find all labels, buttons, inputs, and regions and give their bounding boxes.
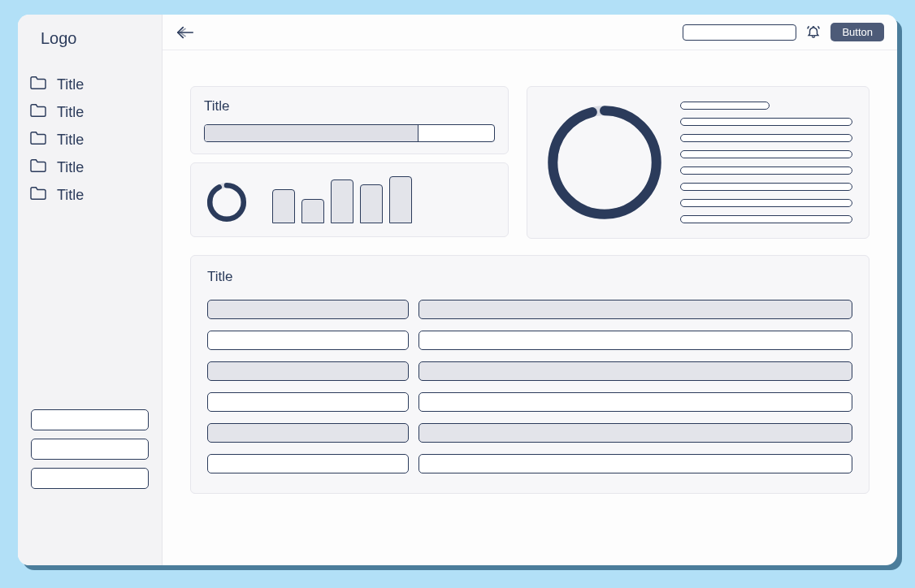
folder-icon xyxy=(29,186,47,204)
sidebar-item-2[interactable]: Title xyxy=(29,103,150,121)
sidebar-item-label: Title xyxy=(57,76,84,93)
table-cell xyxy=(207,423,409,443)
folder-icon xyxy=(29,131,47,149)
text-line xyxy=(680,183,852,191)
main: Button Title xyxy=(163,15,897,565)
sidebar-slot-3[interactable] xyxy=(31,468,149,489)
table-card-title: Title xyxy=(207,269,852,285)
sidebar-item-label: Title xyxy=(57,187,84,204)
folder-icon xyxy=(29,158,47,176)
svg-point-3 xyxy=(553,110,657,214)
bar xyxy=(272,189,295,223)
table-cell xyxy=(207,361,409,381)
text-line xyxy=(680,118,852,126)
table-row xyxy=(207,331,852,350)
bar xyxy=(389,176,412,223)
mini-stats-card xyxy=(190,162,509,237)
text-line xyxy=(680,150,852,158)
table-cell xyxy=(207,392,409,412)
sidebar-slot-1[interactable] xyxy=(31,409,149,430)
sidebar-item-label: Title xyxy=(57,132,84,149)
notifications-icon[interactable] xyxy=(806,25,821,40)
table-cell xyxy=(418,423,852,443)
logo: Logo xyxy=(41,29,150,48)
bar xyxy=(331,179,353,223)
sidebar-item-label: Title xyxy=(57,104,84,121)
bar-chart xyxy=(272,176,412,223)
progress-bar xyxy=(204,124,495,142)
table-body xyxy=(207,300,852,473)
text-line xyxy=(680,102,770,110)
table-cell xyxy=(207,300,409,319)
sidebar-item-5[interactable]: Title xyxy=(29,186,150,204)
donut-icon xyxy=(206,181,248,223)
app-frame: Logo Title Title Title xyxy=(18,15,897,565)
topbar: Button xyxy=(163,15,897,50)
table-cell xyxy=(418,361,852,381)
sidebar: Logo Title Title Title xyxy=(18,15,163,565)
big-donut-card xyxy=(527,86,869,239)
table-cell xyxy=(418,300,852,319)
table-cell xyxy=(207,331,409,350)
progress-card: Title xyxy=(190,86,509,154)
sidebar-item-4[interactable]: Title xyxy=(29,158,150,176)
back-button[interactable] xyxy=(176,24,195,41)
table-cell xyxy=(418,454,852,473)
table-row xyxy=(207,423,852,443)
svg-point-1 xyxy=(210,185,244,219)
sidebar-slot-2[interactable] xyxy=(31,439,149,460)
sidebar-bottom xyxy=(29,409,150,494)
text-line xyxy=(680,215,852,223)
sidebar-item-1[interactable]: Title xyxy=(29,76,150,93)
text-line xyxy=(680,166,852,175)
table-row xyxy=(207,392,852,412)
bar xyxy=(301,199,324,223)
sidebar-nav: Title Title Title Title xyxy=(29,76,150,204)
sidebar-item-label: Title xyxy=(57,159,84,176)
folder-icon xyxy=(29,76,47,93)
table-row xyxy=(207,361,852,381)
primary-button[interactable]: Button xyxy=(830,23,884,41)
search-input[interactable] xyxy=(683,24,796,41)
table-cell xyxy=(207,454,409,473)
text-line xyxy=(680,134,852,142)
table-card: Title xyxy=(190,255,869,494)
progress-bar-fill xyxy=(205,125,418,141)
content: Title xyxy=(163,50,897,565)
bar xyxy=(360,184,383,223)
text-lines xyxy=(680,102,852,223)
table-row xyxy=(207,454,852,473)
progress-card-title: Title xyxy=(204,98,495,115)
table-row xyxy=(207,300,852,319)
table-cell xyxy=(418,392,852,412)
folder-icon xyxy=(29,103,47,121)
table-cell xyxy=(418,331,852,350)
donut-icon xyxy=(544,102,666,223)
sidebar-item-3[interactable]: Title xyxy=(29,131,150,149)
text-line xyxy=(680,199,852,207)
